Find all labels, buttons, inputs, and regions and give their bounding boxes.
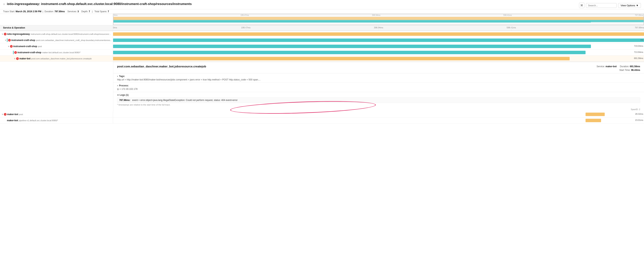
search-input[interactable] [586, 3, 616, 8]
span-row[interactable]: ∨ ! istio-ingressgateway instrument-craf… [0, 31, 644, 37]
tree-cell: ! instrument-craft-shop maker-bot.defaul… [0, 49, 113, 55]
tags-value: http.url = http://maker-bot:9080/maker-b… [117, 78, 640, 81]
view-options-button[interactable]: View Options ▼ [618, 3, 641, 8]
span-bar [113, 38, 644, 42]
bottom-spans: ∨ ! maker-bot post 28.32ms maker-bot pip… [0, 111, 644, 124]
error-badge: ! [14, 51, 17, 54]
expand-icon[interactable]: ∨ [4, 39, 7, 42]
chevron-right-icon: › [117, 75, 118, 78]
timeline-cell: 713.94ms [113, 49, 644, 55]
timeline-cell: 23.01ms [113, 117, 644, 123]
minimap-bar [113, 17, 644, 20]
span-row[interactable]: ! instrument-craft-shop maker-bot.defaul… [0, 49, 644, 55]
chevron-down-icon: ∨ [117, 94, 119, 96]
span-bar [113, 32, 644, 36]
tree-cell: maker-bot pipeline-n1.default.svc.cluste… [0, 117, 113, 123]
logs-header[interactable]: ∨ Logs (1) [117, 94, 640, 96]
header: ∨ istio-ingressgateway: instrument-craft… [0, 0, 644, 9]
chevron-down-icon: ▼ [636, 4, 638, 7]
minimap-canvas: 0ms 199.47ms 398.94ms 598.41ms 797.89ms [113, 14, 644, 25]
log-entry: 787.98ms: event = error.object=java.lang… [117, 97, 640, 103]
minimap-spacer [0, 14, 113, 25]
span-bar [113, 57, 570, 60]
detail-header: post:com.sebastian_daschner.maker_bot.jo… [113, 62, 644, 73]
error-badge: ! [16, 57, 19, 60]
minimap: 0ms 199.47ms 398.94ms 598.41ms 797.89ms [0, 14, 644, 25]
collapse-icon[interactable]: ∨ [3, 2, 5, 5]
detail-title: post:com.sebastian_daschner.maker_bot.jo… [117, 65, 206, 68]
detail-panel: post:com.sebastian_daschner.maker_bot.jo… [113, 62, 644, 111]
timeline-cell: 691.58ms [113, 55, 644, 61]
span-row[interactable]: ∨ ! instrument-craft-shop post:com.sebas… [0, 37, 644, 43]
service-operation-header: Service & Operation [0, 25, 113, 31]
header-left: ∨ istio-ingressgateway: instrument-craft… [3, 2, 579, 6]
detail-meta: Service: maker-bot Duration: 691.58ms St… [597, 65, 640, 72]
span-row[interactable]: maker-bot pipeline-n1.default.svc.cluste… [0, 117, 644, 124]
blue-line-icon [7, 38, 8, 42]
page-title: istio-ingressgateway: instrument-craft-s… [7, 2, 192, 6]
expand-icon[interactable]: ∨ [7, 45, 10, 48]
span-bar [586, 119, 601, 122]
tags-section: › Tags: http.url = http://maker-bot:9080… [113, 73, 644, 83]
timeline-header: 0ms 199.47ms 398.94ms 598.41ms 797.89ms [113, 25, 644, 31]
span-bar [113, 51, 586, 54]
minimap-bar [113, 21, 591, 22]
expand-icon[interactable]: ∨ [1, 113, 4, 116]
log-note: * timestamps are relative to the start t… [117, 104, 640, 106]
tree-cell: ∨ ! instrument-craft-shop post:com.sebas… [0, 37, 113, 43]
blue-line-icon [13, 51, 14, 54]
timeline-cell: 719.04ms [113, 43, 644, 49]
trace-meta: Trace Start: March 29, 2019 2:59 PM | Du… [0, 9, 644, 14]
logs-section: ∨ Logs (1) 787.98ms: event = error.objec… [113, 92, 644, 107]
error-badge: ! [8, 39, 11, 41]
header-right: ⌘ View Options ▼ [579, 2, 641, 8]
span-row[interactable]: ∨ ! maker-bot post 28.32ms [0, 111, 644, 117]
span-row[interactable]: ∨ ! instrument-craft-shop post 719.04ms [0, 43, 644, 49]
span-id-label: SpanID: 2 [113, 107, 644, 111]
timeline-cell: ms [113, 37, 644, 43]
span-bar [113, 45, 591, 48]
cmd-icon[interactable]: ⌘ [579, 3, 584, 8]
error-badge: ! [4, 113, 6, 116]
expand-icon[interactable]: ∨ [1, 32, 4, 36]
error-badge: ! [10, 45, 13, 48]
expand-icon[interactable]: ∨ [13, 57, 16, 60]
tree-cell: ∨ ! maker-bot post [0, 111, 113, 117]
process-value: ip = 172.30.102.178 [117, 88, 640, 90]
timeline-cell [113, 31, 644, 37]
spans-container: ∨ ! istio-ingressgateway instrument-craf… [0, 31, 644, 62]
error-badge: ! [4, 33, 6, 35]
process-section: › Process: ip = 172.30.102.178 [113, 83, 644, 92]
chevron-right-icon: › [117, 84, 118, 87]
tree-cell: ∨ ! maker-bot post:com.sebastian_daschne… [0, 55, 113, 61]
tree-cell: ∨ ! istio-ingressgateway instrument-craf… [0, 31, 113, 37]
column-headers: Service & Operation 0ms 199.47ms 398.94m… [0, 25, 644, 31]
span-row-selected[interactable]: ∨ ! maker-bot post:com.sebastian_daschne… [0, 55, 644, 62]
span-bar [586, 113, 605, 116]
tree-cell: ∨ ! instrument-craft-shop post [0, 43, 113, 49]
timeline-cell: 28.32ms [113, 111, 644, 117]
